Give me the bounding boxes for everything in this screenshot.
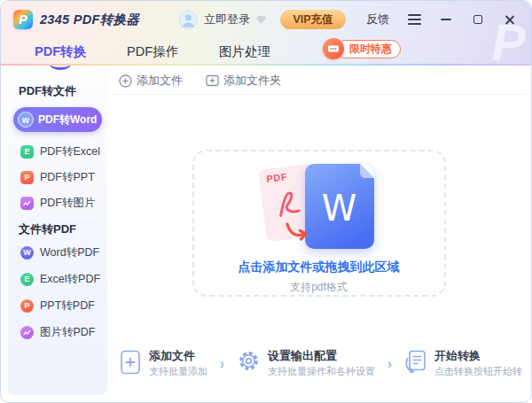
sidebar-item-image-to-pdf[interactable]: 图片转PDF xyxy=(20,325,107,339)
toolbar: 添加文件 添加文件夹 xyxy=(112,67,526,95)
minimize-icon xyxy=(441,19,451,20)
step-subtitle: 支持批量操作和各种设置 xyxy=(268,365,375,378)
sidebar-item-label: PPT转PDF xyxy=(40,298,95,314)
file-dropzone[interactable]: PDF W 点击添加文件或拖拽到此区域 支持pdf格式 xyxy=(192,150,446,297)
close-button[interactable] xyxy=(503,12,517,27)
sidebar-item-word-to-pdf[interactable]: W Word转PDF xyxy=(20,245,107,260)
promo-label: 限时特惠 xyxy=(336,40,401,58)
tab-image-processing[interactable]: 图片处理 xyxy=(219,43,270,60)
page-fold xyxy=(360,164,374,178)
promo-ticket-icon xyxy=(323,38,344,59)
sidebar-item-label: PDF转Excel xyxy=(40,144,100,159)
main-panel: 添加文件 添加文件夹 PDF W 点击添加文件或拖拽到此区域 支持pdf格式 xyxy=(112,67,526,397)
dropzone-illustration: PDF W xyxy=(262,164,376,250)
sidebar-item-label: 图片转PDF xyxy=(40,325,96,340)
tab-label: PDF转换 xyxy=(35,44,86,58)
add-folder-button[interactable]: 添加文件夹 xyxy=(206,73,281,89)
excel-icon: E xyxy=(20,145,34,159)
tab-label: PDF操作 xyxy=(127,44,178,58)
sidebar-item-pdf-to-ppt[interactable]: P PDF转PPT xyxy=(20,170,107,184)
image-icon xyxy=(20,197,34,210)
step-subtitle: 支持批量添加 xyxy=(149,365,207,378)
add-folder-label: 添加文件夹 xyxy=(223,73,281,89)
chevron-right-icon: › xyxy=(375,357,404,371)
excel-icon: E xyxy=(20,273,34,286)
logo-letter: P xyxy=(19,12,27,27)
sidebar-item-label: PDF转Word xyxy=(38,112,97,128)
step-title: 添加文件 xyxy=(149,349,207,362)
vip-diamond-icon xyxy=(255,15,267,25)
image-icon xyxy=(20,326,34,339)
logo-icon: P xyxy=(13,10,33,29)
chevron-right-icon: › xyxy=(207,357,237,371)
ppt-icon: P xyxy=(20,171,34,184)
login-link[interactable]: 立即登录 xyxy=(204,12,250,27)
menu-icon[interactable] xyxy=(408,14,421,25)
app-window: P P 2345 PDF转换器 立即登录 VIP充值 反馈 PDF转换 xyxy=(0,0,532,403)
header: P P 2345 PDF转换器 立即登录 VIP充值 反馈 PDF转换 xyxy=(1,1,531,66)
rainbow-divider xyxy=(1,64,531,66)
sidebar-item-pdf-to-word[interactable]: w PDF转Word xyxy=(13,107,102,132)
sidebar-section-file-to-pdf: 文件转PDF xyxy=(8,222,107,236)
feedback-link[interactable]: 反馈 xyxy=(366,12,389,27)
maximize-icon xyxy=(473,15,482,24)
convert-arrow-icon xyxy=(284,221,310,244)
sidebar-item-pdf-to-excel[interactable]: E PDF转Excel xyxy=(20,144,107,159)
word-letter: W xyxy=(322,188,357,229)
step-output-settings: 设置输出配置 支持批量操作和各种设置 xyxy=(237,349,375,378)
ppt-icon: P xyxy=(20,299,34,313)
word-file-icon: W xyxy=(305,164,374,249)
avatar-icon[interactable] xyxy=(179,11,198,29)
step-start-convert: 开始转换 点击转换按钮开始转 xyxy=(404,349,522,378)
word-icon: W xyxy=(20,246,34,260)
sidebar-section-pdf-to-file: PDF转文件 xyxy=(8,84,107,98)
vip-recharge-button[interactable]: VIP充值 xyxy=(280,10,346,29)
tab-label: 图片处理 xyxy=(219,44,270,58)
add-folder-icon xyxy=(206,74,219,87)
minimize-button[interactable] xyxy=(439,12,453,27)
limited-offer-badge[interactable]: 限时特惠 xyxy=(323,38,401,59)
maximize-button[interactable] xyxy=(471,12,485,27)
tab-bar: PDF转换 PDF操作 图片处理 xyxy=(1,36,531,66)
start-convert-icon xyxy=(404,349,427,375)
word-circle-icon: w xyxy=(18,112,34,128)
step-add-files: 添加文件 支持批量添加 xyxy=(119,349,207,378)
gear-icon xyxy=(237,349,261,373)
pdf-badge: PDF xyxy=(265,171,287,184)
titlebar: P 2345 PDF转换器 立即登录 VIP充值 反馈 xyxy=(1,1,531,36)
sidebar-item-label: Word转PDF xyxy=(40,245,99,260)
dropzone-cta-text: 点击添加文件或拖拽到此区域 xyxy=(239,260,400,275)
tab-pdf-convert[interactable]: PDF转换 xyxy=(35,43,86,60)
acrobat-glyph-icon xyxy=(271,184,305,221)
step-subtitle: 点击转换按钮开始转 xyxy=(434,365,522,378)
sidebar-item-ppt-to-pdf[interactable]: P PPT转PDF xyxy=(20,298,107,313)
tab-pdf-operations[interactable]: PDF操作 xyxy=(127,43,178,60)
sidebar-item-label: PDF转图片 xyxy=(40,196,96,211)
sidebar: PDF转文件 w PDF转Word E PDF转Excel P PDF转PPT … xyxy=(8,70,107,395)
close-icon xyxy=(505,14,516,26)
sidebar-item-pdf-to-image[interactable]: PDF转图片 xyxy=(20,196,107,210)
app-title: 2345 PDF转换器 xyxy=(40,12,139,28)
add-file-label: 添加文件 xyxy=(137,73,183,89)
add-file-button[interactable]: 添加文件 xyxy=(119,73,183,89)
add-file-icon xyxy=(119,74,132,88)
sidebar-item-label: PDF转PPT xyxy=(40,170,95,185)
sidebar-section2-items: W Word转PDF E Excel转PDF P PPT转PDF 图片转PDF xyxy=(8,245,107,339)
step-title: 开始转换 xyxy=(434,349,522,362)
file-plus-icon xyxy=(119,349,142,376)
step-title: 设置输出配置 xyxy=(268,349,375,362)
sidebar-item-label: Excel转PDF xyxy=(40,272,100,287)
steps-row: 添加文件 支持批量添加 › 设置输出配置 支持批量操作和各种设置 › 开始转换 … xyxy=(119,349,522,378)
sidebar-item-excel-to-pdf[interactable]: E Excel转PDF xyxy=(20,272,107,286)
dropzone-hint-text: 支持pdf格式 xyxy=(290,280,348,295)
